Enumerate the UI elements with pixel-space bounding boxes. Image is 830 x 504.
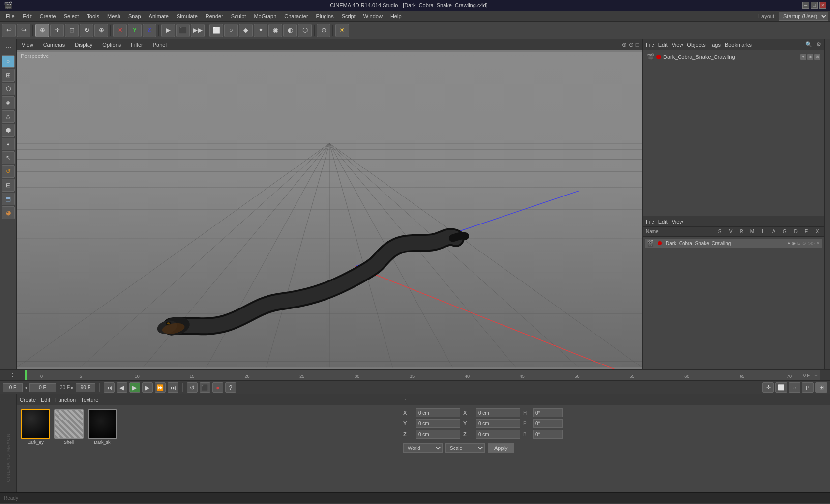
obj-icon-3[interactable]: ⊡ — [814, 54, 820, 60]
maximize-button[interactable]: □ — [811, 2, 818, 9]
object-entry[interactable]: 🎬 Dark_Cobra_Snake_Crawling ● ◉ ⊡ — [645, 52, 822, 61]
loop-button[interactable]: ↺ — [187, 382, 198, 393]
go-end-button[interactable]: ⏭ — [168, 382, 178, 393]
attr-z-field[interactable] — [416, 430, 460, 439]
tool-9[interactable]: ↺ — [2, 165, 15, 178]
attr-x-right-field[interactable] — [476, 408, 520, 417]
binoculars-button[interactable]: ⊙ — [317, 24, 330, 37]
material-dark-eye[interactable]: Dark_ey — [21, 409, 50, 445]
rh-settings-icon[interactable]: ⚙ — [816, 41, 821, 48]
current-frame-input[interactable] — [3, 383, 23, 392]
tool-12[interactable]: ◕ — [2, 206, 15, 219]
rh-view[interactable]: View — [672, 42, 683, 48]
viewport-canvas[interactable]: Perspective — [17, 50, 642, 369]
timeline-scrollbar[interactable] — [820, 370, 830, 380]
spline-button[interactable]: ◆ — [239, 24, 253, 37]
viewport-icon-3[interactable]: □ — [636, 41, 639, 48]
menu-tools[interactable]: Tools — [83, 12, 103, 20]
menu-help[interactable]: Help — [386, 12, 406, 20]
obj-icon-2[interactable]: ◉ — [807, 54, 813, 60]
play-reverse-button[interactable]: ⏩ — [155, 382, 166, 393]
next-frame-button[interactable]: ▶ — [142, 382, 153, 393]
mat-function[interactable]: Function — [55, 397, 76, 403]
rh-search-icon[interactable]: 🔍 — [805, 41, 812, 48]
rh-tags[interactable]: Tags — [710, 42, 721, 48]
viewport-menu-panel[interactable]: Panel — [151, 41, 169, 49]
obj-eye-icon[interactable]: ● — [788, 241, 790, 246]
tool-1[interactable]: ○ — [2, 55, 15, 68]
menu-simulate[interactable]: Simulate — [173, 12, 202, 20]
mat-edit[interactable]: Edit — [41, 397, 50, 403]
tool-2[interactable]: ⊞ — [2, 69, 15, 82]
viewport-menu-options[interactable]: Options — [100, 41, 123, 49]
viewport-menu-view[interactable]: View — [20, 41, 35, 49]
obj-icon-1[interactable]: ● — [800, 54, 806, 60]
viewport-icon-2[interactable]: ⊙ — [629, 41, 634, 48]
attr-z-right-field[interactable] — [476, 430, 520, 439]
attr-p-field[interactable] — [533, 419, 563, 428]
menu-snap[interactable]: Snap — [124, 12, 145, 20]
undo-button[interactable]: ↩ — [2, 24, 16, 37]
rh-file[interactable]: File — [646, 42, 654, 48]
rh-objects[interactable]: Objects — [687, 42, 705, 48]
render-button[interactable]: ▶ — [161, 24, 175, 37]
deformer-button[interactable]: ✦ — [254, 24, 267, 37]
material-dark-skin[interactable]: Dark_sk — [88, 409, 117, 445]
attr-h-field[interactable] — [533, 408, 563, 417]
menu-file[interactable]: File — [2, 12, 19, 20]
viewport-menu-filter[interactable]: Filter — [129, 41, 145, 49]
light-button[interactable]: ◐ — [283, 24, 297, 37]
viewport-icon-1[interactable]: ⊕ — [622, 41, 627, 48]
coord-system-dropdown[interactable]: World Object Screen — [403, 443, 443, 453]
tool-6[interactable]: ⬢ — [2, 124, 15, 137]
select-tool-button[interactable]: ⊕ — [35, 24, 49, 37]
tool-3[interactable]: ⬡ — [2, 83, 15, 95]
nurbs-button[interactable]: ○ — [224, 24, 238, 37]
obj-lock-icon[interactable]: ⊡ — [797, 241, 801, 246]
timeline-ruler[interactable]: 0 5 10 15 20 25 30 35 40 45 50 55 60 65 … — [25, 370, 820, 380]
rh-edit[interactable]: Edit — [658, 42, 668, 48]
menu-mesh[interactable]: Mesh — [103, 12, 124, 20]
material-shell[interactable]: Shell — [54, 409, 84, 445]
menu-mograph[interactable]: MoGraph — [250, 12, 280, 20]
viewport-menu-display[interactable]: Display — [73, 41, 94, 49]
menu-script[interactable]: Script — [338, 12, 359, 20]
timeline-btn[interactable]: ⊞ — [815, 382, 827, 393]
render-to-po-button[interactable]: ▶▶ — [191, 24, 205, 37]
y-axis-button[interactable]: Y — [128, 24, 142, 37]
tool-4[interactable]: ◈ — [2, 96, 15, 109]
timeline[interactable]: ⋮ 0 5 10 15 20 25 30 35 40 45 50 55 60 6… — [0, 370, 830, 381]
menu-edit[interactable]: Edit — [19, 12, 36, 20]
rbh-view[interactable]: View — [672, 219, 683, 224]
stop-button[interactable]: ⬛ — [200, 382, 210, 393]
multi-tool-button[interactable]: ⊕ — [94, 24, 108, 37]
menu-sculpt[interactable]: Sculpt — [227, 12, 250, 20]
menu-window[interactable]: Window — [359, 12, 386, 20]
fps-input[interactable] — [29, 383, 56, 392]
gen-button[interactable]: ◉ — [268, 24, 282, 37]
obj-close-icon[interactable]: ✕ — [816, 241, 820, 246]
auto-key-btn[interactable]: ○ — [789, 382, 800, 393]
record-button[interactable]: ● — [212, 382, 223, 393]
transform-type-dropdown[interactable]: Scale Move Rotate — [445, 443, 485, 453]
prev-frame-button[interactable]: ◀ — [117, 382, 127, 393]
menu-create[interactable]: Create — [36, 12, 60, 20]
tool-11[interactable]: ⬒ — [2, 193, 15, 205]
layout-dropdown[interactable]: Startup (User) — [779, 12, 828, 21]
redo-button[interactable]: ↪ — [17, 24, 30, 37]
scale-tool-button[interactable]: ⊡ — [65, 24, 79, 37]
mat-create[interactable]: Create — [20, 397, 36, 403]
end-frame-input[interactable] — [76, 383, 95, 392]
menu-animate[interactable]: Animate — [145, 12, 173, 20]
tool-7[interactable]: ⬧ — [2, 138, 15, 150]
tool-move[interactable]: ⋯ — [2, 41, 15, 54]
key-btn[interactable]: ⬜ — [775, 382, 787, 393]
move-frame-btn[interactable]: ✛ — [762, 382, 774, 393]
attr-y-field[interactable] — [416, 419, 460, 428]
menu-select[interactable]: Select — [60, 12, 83, 20]
camera-button[interactable]: ⬡ — [298, 24, 312, 37]
attr-y-right-field[interactable] — [476, 419, 520, 428]
object-list-row[interactable]: 🎬 Dark_Cobra_Snake_Crawling ● ◉ ⊡ ⊙ ▷▷ ✕ — [645, 239, 822, 248]
rbh-edit[interactable]: Edit — [658, 219, 668, 224]
rbh-file[interactable]: File — [646, 219, 654, 224]
